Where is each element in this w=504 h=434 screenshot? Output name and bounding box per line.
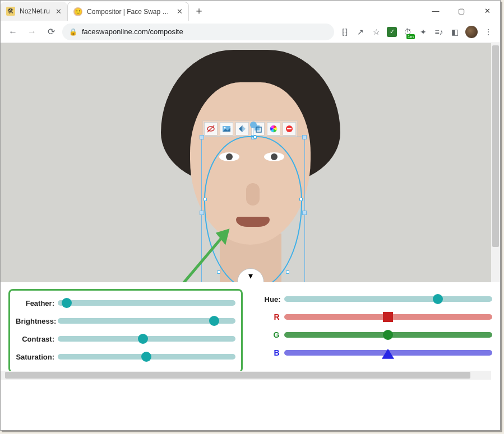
slider-feather: Feather:: [16, 294, 235, 312]
translate-icon[interactable]: ⁅⁆: [340, 27, 350, 37]
color-wheel-button[interactable]: [267, 122, 280, 136]
menu-icon[interactable]: ⋮: [483, 27, 493, 37]
close-window-button[interactable]: ✕: [474, 1, 500, 21]
left-sliders: Feather: Brightness: Contrast: Saturatio…: [1, 287, 251, 375]
flip-horizontal-button[interactable]: [235, 122, 249, 136]
resize-handle[interactable]: [302, 211, 307, 215]
clear-selection-button[interactable]: [204, 122, 218, 136]
share-icon[interactable]: ↗: [355, 27, 366, 37]
chevron-down-icon: ▾: [248, 270, 253, 281]
brightness-label: Brightness:: [16, 317, 58, 325]
green-thumb[interactable]: [383, 330, 393, 340]
saturation-thumb[interactable]: [141, 352, 151, 362]
reading-list-icon[interactable]: ≡♪: [434, 27, 444, 37]
puzzle-icon[interactable]: ✦: [418, 27, 428, 37]
resize-handle[interactable]: [200, 211, 204, 215]
back-button[interactable]: ←: [5, 24, 21, 40]
hue-label: Hue:: [258, 295, 284, 304]
sidepanel-icon[interactable]: ◧: [450, 27, 460, 37]
profile-avatar[interactable]: [465, 26, 478, 38]
browser-window: 🛠 NozNet.ru ✕ 🙂 Compositor | Face Swap O…: [0, 0, 501, 431]
feather-thumb[interactable]: [62, 298, 72, 308]
blue-label: B: [258, 348, 284, 357]
page-content: ▾ Feather: Brightness: Contrast:: [1, 43, 500, 430]
red-track[interactable]: [284, 314, 493, 320]
titlebar: 🛠 NozNet.ru ✕ 🙂 Compositor | Face Swap O…: [1, 1, 500, 21]
selection-box[interactable]: [201, 137, 305, 289]
slider-blue: B: [258, 344, 493, 362]
extensions: ⁅⁆ ↗ ☆ ✓ ⏱1m ✦ ≡♪ ◧ ⋮: [337, 26, 496, 38]
minimize-button[interactable]: —: [423, 1, 448, 21]
blue-thumb[interactable]: [382, 349, 394, 359]
red-thumb[interactable]: [383, 312, 393, 322]
tab-compositor[interactable]: 🙂 Compositor | Face Swap Online ✕: [67, 2, 189, 21]
url-text: faceswaponline.com/composite: [82, 27, 183, 36]
blue-track[interactable]: [284, 350, 493, 356]
wrench-icon: 🛠: [6, 7, 15, 16]
timer-icon[interactable]: ⏱1m: [403, 27, 413, 37]
slider-contrast: Contrast:: [16, 330, 235, 348]
maximize-button[interactable]: ▢: [448, 1, 474, 21]
resize-handle[interactable]: [302, 135, 307, 139]
new-tab-button[interactable]: ＋: [191, 3, 207, 18]
slider-green: G: [258, 326, 493, 344]
lock-icon: 🔒: [69, 28, 77, 36]
tab-strip: 🛠 NozNet.ru ✕ 🙂 Compositor | Face Swap O…: [1, 1, 423, 21]
hue-thumb[interactable]: [433, 294, 443, 304]
hue-track[interactable]: [284, 296, 493, 302]
feather-label: Feather:: [16, 299, 58, 307]
address-bar: ← → ⟳ 🔒 faceswaponline.com/composite ⁅⁆ …: [1, 21, 500, 43]
brightness-thumb[interactable]: [209, 316, 219, 326]
check-icon[interactable]: ✓: [387, 27, 397, 37]
delete-button[interactable]: [283, 122, 296, 136]
close-icon[interactable]: ✕: [56, 7, 62, 16]
green-track[interactable]: [284, 332, 493, 338]
face-icon: 🙂: [73, 7, 82, 16]
resize-handle[interactable]: [200, 135, 204, 139]
slider-red: R: [258, 308, 493, 326]
svg-point-3: [224, 127, 226, 129]
brightness-track[interactable]: [58, 318, 235, 324]
tab-title: Compositor | Face Swap Online: [87, 8, 171, 16]
saturation-label: Saturation:: [16, 353, 58, 361]
green-label: G: [258, 330, 284, 339]
contrast-thumb[interactable]: [138, 334, 148, 344]
red-label: R: [258, 312, 284, 321]
right-sliders: Hue: R G B: [251, 287, 501, 375]
image-button[interactable]: [220, 122, 233, 136]
contrast-track[interactable]: [58, 336, 235, 342]
resize-handle[interactable]: [251, 135, 256, 139]
reload-button[interactable]: ⟳: [43, 24, 59, 40]
tab-title: NozNet.ru: [20, 7, 50, 15]
window-controls: — ▢ ✕: [423, 1, 500, 21]
canvas-area[interactable]: ▾: [1, 43, 500, 282]
rotate-handle[interactable]: [250, 122, 257, 128]
close-icon[interactable]: ✕: [177, 7, 183, 16]
bookmark-icon[interactable]: ☆: [371, 27, 381, 37]
svg-rect-8: [287, 128, 292, 129]
tab-noznet[interactable]: 🛠 NozNet.ru ✕: [1, 2, 67, 21]
url-input[interactable]: 🔒 faceswaponline.com/composite: [62, 24, 334, 40]
highlight-box: Feather: Brightness: Contrast: Saturatio…: [8, 289, 243, 373]
slider-saturation: Saturation:: [16, 348, 235, 366]
slider-brightness: Brightness:: [16, 312, 235, 330]
vertical-scrollbar[interactable]: [491, 43, 500, 282]
feather-track[interactable]: [58, 300, 235, 306]
horizontal-scrollbar[interactable]: [1, 371, 491, 380]
forward-button[interactable]: →: [24, 24, 40, 40]
contrast-label: Contrast:: [16, 335, 58, 343]
saturation-track[interactable]: [58, 354, 235, 360]
slider-hue: Hue:: [258, 290, 493, 308]
